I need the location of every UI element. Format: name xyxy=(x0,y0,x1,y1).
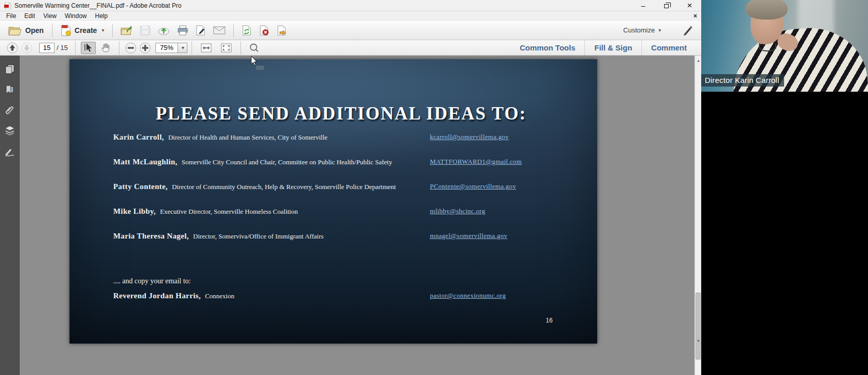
close-button[interactable]: × xyxy=(678,0,701,11)
create-button[interactable]: Create ▾ xyxy=(57,23,109,38)
bookmarks-button[interactable] xyxy=(3,82,17,97)
contact-email-link[interactable]: MATTFORWARD1@gmail.com xyxy=(430,158,522,166)
pen-corner-icon xyxy=(683,25,693,36)
bookmarks-icon xyxy=(4,84,15,95)
email-button[interactable] xyxy=(210,24,229,37)
minimize-button[interactable]: – xyxy=(632,0,655,11)
toolbar-separator xyxy=(192,41,192,55)
toolbar-separator xyxy=(112,24,113,37)
sign-document-button[interactable] xyxy=(192,23,210,38)
menu-bar: File Edit View Window Help × xyxy=(0,11,701,21)
open-label: Open xyxy=(25,26,44,35)
toolbar-separator xyxy=(52,24,53,37)
page-thumbnails-button[interactable] xyxy=(3,62,17,76)
contact-role: Director, Somerviva/Office of Immigrant … xyxy=(193,232,324,240)
loupe-button[interactable] xyxy=(246,42,262,54)
zoom-in-button[interactable] xyxy=(140,42,151,54)
speaker-hair xyxy=(745,0,788,20)
layers-button[interactable] xyxy=(3,124,17,138)
hand-tool-button[interactable] xyxy=(98,42,114,54)
attachments-icon xyxy=(4,105,15,116)
export-document-button[interactable] xyxy=(273,23,290,38)
restore-button[interactable] xyxy=(655,0,678,11)
contact-email-link[interactable]: kcarroll@somervillema.gov xyxy=(430,133,509,141)
restore-icon xyxy=(664,4,669,8)
page-up-icon xyxy=(7,42,18,54)
signatures-button[interactable] xyxy=(3,144,17,159)
select-tool-button[interactable] xyxy=(81,42,96,54)
create-caret-icon: ▾ xyxy=(101,27,104,33)
scrollbar-thumb[interactable] xyxy=(696,293,701,360)
tab-comment[interactable]: Comment xyxy=(641,40,696,55)
delete-pages-button[interactable] xyxy=(255,23,273,38)
contact-email-link[interactable]: PContente@somervillema.gov xyxy=(430,182,516,191)
page-down-icon xyxy=(21,42,32,54)
doc-export-icon xyxy=(276,25,287,36)
snapshot-marquee xyxy=(256,65,264,70)
zoom-dropdown-button[interactable]: ▾ xyxy=(178,43,187,53)
save-button xyxy=(136,23,154,38)
contact-name: Maria Theresa Nagel, xyxy=(113,232,189,240)
contact-row: Mike Libby, Executive Director, Somervil… xyxy=(113,207,582,216)
contact-email-link[interactable]: pastor@connexionumc.org xyxy=(430,292,506,300)
layers-icon xyxy=(4,125,15,137)
fit-page-icon xyxy=(220,43,232,53)
customize-caret-icon: ▾ xyxy=(658,27,661,33)
tool-panes: Common Tools Fill & Sign Comment xyxy=(510,40,696,55)
contact-row: Matt McLaughlin, Somerville City Council… xyxy=(113,157,582,166)
toolbar-separator xyxy=(119,41,119,55)
menu-view[interactable]: View xyxy=(39,12,61,20)
toolbar-close-icon[interactable]: × xyxy=(693,12,697,20)
slide-title: PLEASE SEND ADDITIONAL IDEAS TO: xyxy=(85,104,597,124)
signatures-icon xyxy=(4,146,15,157)
hand-tool-icon xyxy=(101,43,111,53)
next-page-button xyxy=(21,42,32,54)
page-number-input[interactable] xyxy=(39,43,55,53)
contact-email-link[interactable]: mlibby@shcinc.org xyxy=(430,207,485,215)
share-file-button[interactable] xyxy=(117,23,136,38)
attachments-button[interactable] xyxy=(3,103,17,117)
acrobat-pdf-icon xyxy=(4,2,11,9)
zoom-in-icon xyxy=(140,42,151,54)
speaker-necklace xyxy=(759,43,776,52)
email-icon xyxy=(213,26,225,35)
slide-page-number: 16 xyxy=(546,317,552,324)
contact-role: Director of Health and Human Services, C… xyxy=(168,133,327,141)
cloud-upload-button[interactable] xyxy=(154,24,173,37)
minimize-icon: – xyxy=(641,2,646,10)
page-total-label: / 15 xyxy=(57,44,68,52)
customize-label: Customize xyxy=(623,26,655,34)
customize-button[interactable]: Customize ▾ xyxy=(623,26,661,34)
fit-page-button[interactable] xyxy=(217,42,235,54)
contact-email-link[interactable]: mnagel@somervillema.gov xyxy=(430,232,508,240)
contact-role: Somerville City Council and Chair, Commi… xyxy=(182,158,392,166)
video-letterbox xyxy=(701,92,868,375)
toolbar-separator xyxy=(233,24,234,37)
zoom-level-input[interactable] xyxy=(155,43,178,53)
previous-page-button[interactable] xyxy=(7,42,18,54)
convert-document-button[interactable] xyxy=(238,23,255,38)
speaker-name-label: Director Karin Carroll xyxy=(701,74,784,87)
menu-edit[interactable]: Edit xyxy=(20,12,39,20)
acrobat-window: Somerville Warming Center__FINAL.pdf - A… xyxy=(0,0,701,375)
save-icon xyxy=(140,25,150,36)
tab-common-tools[interactable]: Common Tools xyxy=(510,40,584,55)
fit-width-button[interactable] xyxy=(197,42,215,54)
zoom-out-icon xyxy=(125,42,136,54)
menu-help[interactable]: Help xyxy=(91,12,112,20)
cursor-arrow-icon xyxy=(251,56,258,66)
menu-window[interactable]: Window xyxy=(61,12,91,20)
drawing-tools-button[interactable] xyxy=(683,25,693,36)
mouse-cursor xyxy=(251,56,258,66)
create-icon xyxy=(61,25,71,36)
tab-fill-sign[interactable]: Fill & Sign xyxy=(584,40,641,55)
contact-row: Karin Carroll, Director of Health and Hu… xyxy=(113,132,582,142)
print-button[interactable] xyxy=(173,23,192,38)
doc-delete-icon xyxy=(259,25,269,36)
menu-file[interactable]: File xyxy=(2,12,20,20)
zoom-out-button[interactable] xyxy=(125,42,136,54)
create-label: Create xyxy=(75,26,97,35)
open-button[interactable]: Open xyxy=(4,23,48,38)
vertical-scrollbar[interactable]: ▲ ▼ xyxy=(695,56,701,375)
document-area: PLEASE SEND ADDITIONAL IDEAS TO: Karin C… xyxy=(20,56,701,375)
